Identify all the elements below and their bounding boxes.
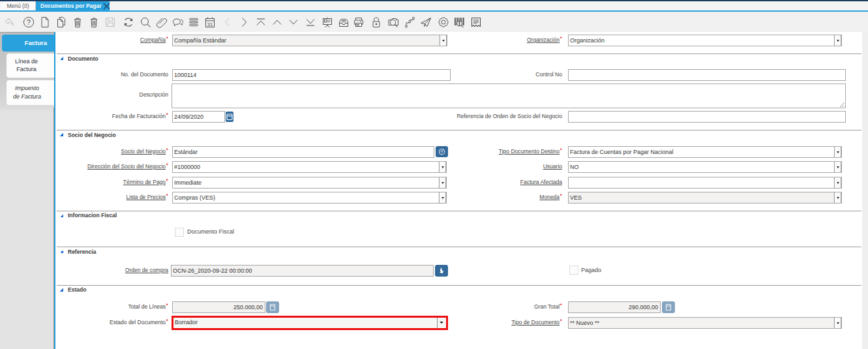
- svg-text:?: ?: [27, 18, 31, 25]
- svg-text:31: 31: [207, 21, 213, 27]
